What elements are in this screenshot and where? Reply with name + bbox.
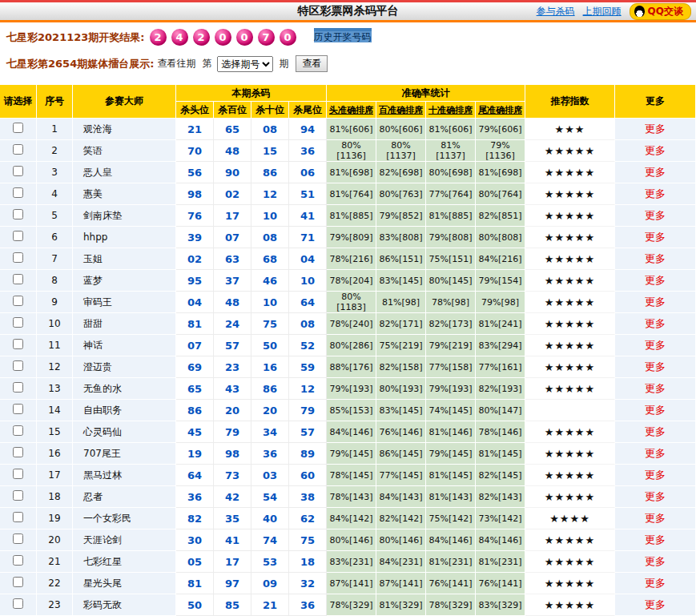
more-link[interactable]: 更多: [645, 598, 666, 610]
kill-head-value: 98: [176, 183, 214, 205]
more-link[interactable]: 更多: [645, 339, 666, 351]
row-checkbox[interactable]: [13, 274, 23, 284]
qq-chat-button[interactable]: QQ交谈: [630, 3, 691, 20]
more-link[interactable]: 更多: [645, 317, 666, 329]
more-link[interactable]: 更多: [645, 123, 666, 135]
acc-tail-value: 79%[1136]: [476, 140, 525, 162]
more-cell: 更多: [615, 400, 696, 421]
kill-ten-value: 08: [251, 227, 289, 248]
star-rating: ★★★★★: [525, 292, 615, 313]
kill-hundred-value: 90: [214, 162, 251, 183]
kill-hundred-value: 48: [214, 292, 251, 313]
row-index: 23: [37, 594, 73, 616]
before-select-label: 第: [202, 57, 211, 70]
kill-tail-value: 71: [289, 227, 327, 248]
kill-tail-value: 89: [289, 443, 327, 465]
view-button[interactable]: 查看: [296, 55, 328, 72]
row-checkbox[interactable]: [13, 577, 23, 587]
more-cell: 更多: [615, 486, 696, 508]
kill-hundred-value: 63: [214, 248, 251, 270]
more-cell: 更多: [615, 205, 696, 227]
more-link[interactable]: 更多: [645, 533, 666, 546]
more-link[interactable]: 更多: [645, 577, 666, 589]
more-link[interactable]: 更多: [645, 490, 666, 502]
row-checkbox[interactable]: [13, 296, 23, 306]
row-checkbox[interactable]: [13, 317, 23, 328]
more-link[interactable]: 更多: [645, 274, 666, 286]
kill-ten-value: 75: [251, 313, 289, 335]
row-checkbox[interactable]: [13, 469, 23, 479]
more-link[interactable]: 更多: [645, 252, 666, 264]
row-checkbox[interactable]: [13, 533, 23, 544]
row-checkbox[interactable]: [13, 187, 23, 198]
last-period-review-link[interactable]: 上期回顾: [583, 5, 622, 18]
star-rating: ★★★★★: [525, 227, 615, 248]
star-rating: ★★★★: [525, 508, 615, 529]
more-link[interactable]: 更多: [645, 187, 666, 199]
more-link[interactable]: 更多: [645, 382, 666, 394]
more-link[interactable]: 更多: [645, 404, 666, 416]
row-index: 11: [37, 335, 73, 356]
acc-head-value: 81%[606]: [327, 119, 376, 140]
row-checkbox[interactable]: [13, 447, 23, 457]
acc-hundred-value: 82%[158]: [376, 356, 426, 378]
row-select-cell: [0, 313, 37, 335]
kill-hundred-value: 41: [214, 529, 251, 551]
more-link[interactable]: 更多: [645, 360, 666, 372]
acc-tail-value: 82%[145]: [476, 465, 525, 486]
row-checkbox[interactable]: [13, 144, 23, 155]
more-link[interactable]: 更多: [645, 512, 666, 524]
row-master-name: 恶人皇: [73, 162, 176, 183]
row-checkbox[interactable]: [13, 512, 23, 522]
more-link[interactable]: 更多: [645, 166, 666, 178]
row-select-cell: [0, 421, 37, 443]
row-checkbox[interactable]: [13, 555, 23, 566]
more-cell: 更多: [615, 248, 696, 270]
kill-hundred-value: 98: [214, 443, 251, 465]
acc-ten-value: 81%[145]: [426, 465, 476, 486]
row-checkbox[interactable]: [13, 231, 23, 241]
row-checkbox[interactable]: [13, 598, 23, 609]
more-cell: 更多: [615, 529, 696, 551]
row-checkbox[interactable]: [13, 123, 23, 133]
more-link[interactable]: 更多: [645, 209, 666, 221]
history-numbers-link[interactable]: 历史开奖号码: [314, 31, 372, 42]
row-checkbox[interactable]: [13, 382, 23, 393]
row-checkbox[interactable]: [13, 404, 23, 414]
kill-hundred-value: 17: [214, 205, 251, 227]
row-master-name: 甜甜: [73, 313, 176, 335]
row-select-cell: [0, 292, 37, 313]
header-kill-group: 本期杀码: [176, 85, 327, 102]
kill-head-value: 69: [176, 356, 214, 378]
row-checkbox[interactable]: [13, 425, 23, 436]
period-select[interactable]: 选择期号: [217, 56, 273, 72]
kill-ten-value: 03: [251, 465, 289, 486]
table-row: 10 甜甜 81 24 75 08 78%[240] 82%[171] 82%[…: [0, 313, 696, 335]
join-kill-code-link[interactable]: 参与杀码: [537, 5, 575, 18]
row-master-name: 星光头尾: [73, 573, 176, 594]
more-link[interactable]: 更多: [645, 555, 666, 567]
row-index: 10: [37, 313, 73, 335]
row-master-name: 玉姐: [73, 248, 176, 270]
row-checkbox[interactable]: [13, 209, 23, 219]
more-link[interactable]: 更多: [645, 296, 666, 308]
row-checkbox[interactable]: [13, 490, 23, 501]
more-link[interactable]: 更多: [645, 469, 666, 481]
more-link[interactable]: 更多: [645, 144, 666, 156]
kill-tail-value: 62: [289, 508, 327, 529]
kill-head-value: 86: [176, 400, 214, 421]
more-cell: 更多: [615, 594, 696, 616]
row-master-name: 707尾王: [73, 443, 176, 465]
row-checkbox[interactable]: [13, 339, 23, 349]
more-link[interactable]: 更多: [645, 231, 666, 243]
row-checkbox[interactable]: [13, 252, 23, 263]
more-link[interactable]: 更多: [645, 425, 666, 437]
acc-ten-value: 84%[146]: [426, 529, 476, 551]
acc-head-value: 80%[286]: [327, 335, 376, 356]
row-index: 9: [37, 292, 73, 313]
row-checkbox[interactable]: [13, 166, 23, 176]
row-checkbox[interactable]: [13, 360, 23, 371]
acc-tail-value: 81%[241]: [476, 313, 525, 335]
acc-head-value: 84%[142]: [327, 508, 376, 529]
more-link[interactable]: 更多: [645, 447, 666, 459]
